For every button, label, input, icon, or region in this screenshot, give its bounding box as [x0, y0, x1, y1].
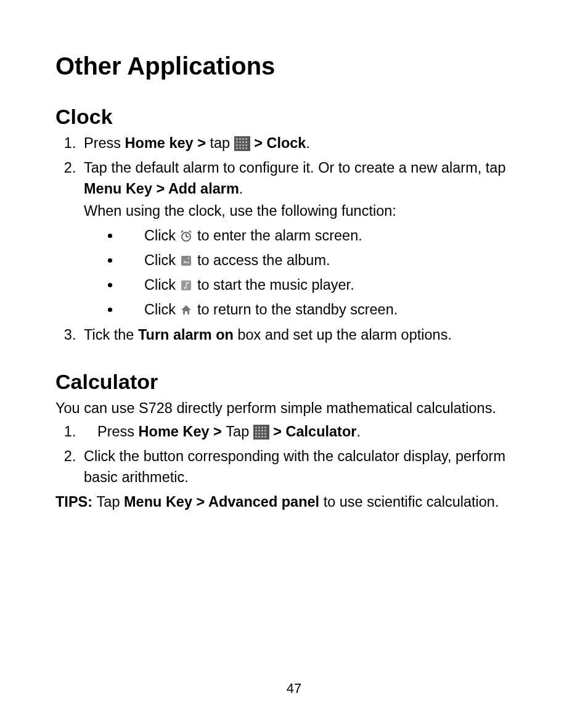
svg-line-20	[181, 231, 183, 232]
page-number: 47	[0, 681, 588, 697]
svg-rect-44	[261, 436, 263, 438]
svg-rect-22	[181, 256, 191, 266]
clock-heading: Clock	[55, 105, 533, 129]
calculator-steps-list: Press Home Key > Tap > Calculator. Click…	[55, 421, 533, 488]
svg-rect-8	[245, 141, 247, 143]
svg-rect-16	[245, 147, 247, 149]
list-item: Click the button corresponding with the …	[80, 446, 533, 488]
list-item: Press Home key > tap > Clock.	[80, 133, 533, 153]
text: When using the clock, use the following …	[84, 200, 533, 221]
tips-paragraph: TIPS: Tap Menu Key > Advanced panel to u…	[55, 491, 533, 512]
svg-point-24	[188, 258, 190, 260]
text: box and set up the alarm options.	[234, 327, 452, 343]
svg-rect-10	[239, 144, 241, 146]
svg-rect-41	[264, 433, 266, 435]
text: Tap the default alarm to configure it. O…	[84, 160, 505, 176]
text: Press	[84, 135, 125, 151]
svg-line-21	[189, 231, 191, 232]
list-item: Click to access the album.	[121, 250, 533, 271]
text: tap	[210, 135, 234, 151]
svg-marker-28	[181, 305, 191, 314]
text: Click	[144, 252, 179, 268]
calculator-intro: You can use S728 directly perform simple…	[55, 398, 533, 419]
svg-rect-30	[255, 427, 257, 428]
text-bold: Turn alarm on	[138, 327, 234, 343]
svg-rect-27	[186, 282, 187, 288]
svg-rect-3	[242, 138, 244, 140]
text: to start the music player.	[193, 277, 354, 293]
svg-rect-14	[239, 147, 241, 149]
svg-rect-42	[255, 436, 257, 438]
text: Click	[144, 277, 179, 293]
svg-rect-38	[255, 433, 257, 435]
svg-rect-5	[236, 141, 238, 143]
list-item: Tick the Turn alarm on box and set up th…	[80, 324, 533, 345]
text: Click	[144, 227, 179, 243]
text-bold: Home key >	[125, 135, 210, 151]
text: Press	[97, 423, 139, 440]
home-icon	[179, 301, 193, 315]
svg-rect-12	[245, 144, 247, 146]
text: .	[239, 181, 243, 197]
list-item: Click to return to the standby screen.	[121, 299, 533, 320]
alarm-clock-icon	[179, 227, 193, 241]
calculator-heading: Calculator	[55, 370, 533, 394]
svg-rect-9	[236, 144, 238, 146]
page-title: Other Applications	[55, 52, 533, 80]
text: to access the album.	[193, 252, 330, 268]
list-item: Press Home Key > Tap > Calculator.	[80, 421, 533, 442]
text-bold: > Clock	[250, 135, 306, 151]
text-bold: Menu Key > Add alarm	[84, 181, 239, 197]
svg-rect-7	[242, 141, 244, 143]
text: to use scientific calculation.	[319, 494, 499, 510]
svg-rect-39	[258, 433, 260, 435]
list-item: Tap the default alarm to configure it. O…	[80, 157, 533, 320]
svg-rect-45	[264, 436, 266, 438]
svg-rect-2	[239, 138, 241, 140]
svg-rect-36	[261, 430, 263, 432]
text-bold: Menu Key > Advanced panel	[124, 494, 319, 510]
text: .	[306, 135, 310, 151]
app-grid-icon	[234, 136, 250, 150]
svg-rect-37	[264, 430, 266, 432]
svg-rect-40	[261, 433, 263, 435]
svg-rect-1	[236, 138, 238, 140]
text: Tap	[97, 494, 124, 510]
svg-rect-43	[258, 436, 260, 438]
text: to return to the standby screen.	[193, 301, 398, 317]
album-icon	[179, 252, 193, 266]
svg-rect-35	[258, 430, 260, 432]
svg-rect-15	[242, 147, 244, 149]
svg-rect-4	[245, 138, 247, 140]
app-grid-icon	[253, 424, 269, 439]
list-item: Click to start the music player.	[121, 274, 533, 295]
text: Click the button corresponding with the …	[84, 448, 505, 485]
music-icon	[179, 277, 193, 290]
text: Tick the	[84, 327, 138, 343]
text: .	[356, 423, 361, 440]
svg-rect-13	[236, 147, 238, 149]
svg-rect-6	[239, 141, 241, 143]
clock-steps-list: Press Home key > tap > Clock. Tap the de…	[55, 133, 533, 345]
text: Tap	[226, 423, 253, 440]
manual-page: Other Applications Clock Press Home key …	[0, 0, 588, 720]
list-item: Click to enter the alarm screen.	[121, 225, 533, 246]
svg-rect-11	[242, 144, 244, 146]
text: to enter the alarm screen.	[193, 227, 362, 243]
text-bold: > Calculator	[269, 423, 357, 440]
svg-rect-32	[261, 427, 263, 428]
text: Click	[144, 301, 179, 317]
clock-functions-list: Click to enter the alarm screen. Click t…	[84, 225, 533, 320]
tips-label: TIPS:	[55, 494, 97, 510]
svg-rect-33	[264, 427, 266, 428]
svg-rect-34	[255, 430, 257, 432]
svg-rect-31	[258, 427, 260, 428]
text-bold: Home Key >	[139, 423, 226, 440]
